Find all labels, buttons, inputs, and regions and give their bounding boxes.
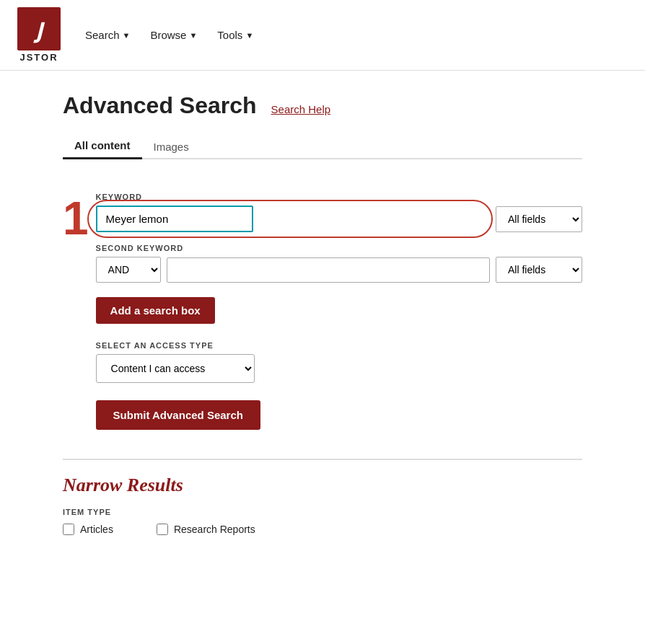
nav-search-button[interactable]: Search ▼: [78, 25, 137, 45]
item-type-label: ITEM TYPE: [63, 508, 582, 516]
boolean-operator-select[interactable]: AND OR NOT: [96, 257, 161, 283]
keyword-row: All fields Title Author Abstract: [96, 206, 582, 232]
chevron-down-icon: ▼: [245, 31, 253, 40]
second-field-select[interactable]: All fields Title Author Abstract: [496, 257, 582, 283]
articles-checkbox[interactable]: [63, 524, 74, 535]
search-help-link[interactable]: Search Help: [271, 103, 331, 115]
nav: Search ▼ Browse ▼ Tools ▼: [78, 25, 260, 45]
content-tabs: All content Images: [63, 133, 582, 159]
second-keyword-input[interactable]: [167, 257, 490, 283]
step-container: 1 KEYWORD All fields Title Author Abstra…: [63, 181, 582, 430]
access-type-select[interactable]: Content I can access All content: [96, 354, 255, 383]
add-search-box-button[interactable]: Add a search box: [96, 297, 215, 324]
header: ȷ JSTOR Search ▼ Browse ▼ Tools ▼: [0, 0, 645, 71]
articles-checkbox-item[interactable]: Articles: [63, 524, 113, 535]
chevron-down-icon: ▼: [123, 31, 131, 40]
tab-images[interactable]: Images: [142, 133, 201, 159]
logo-text: JSTOR: [19, 52, 58, 63]
page-title: Advanced Search: [63, 92, 257, 119]
second-keyword-row: AND OR NOT All fields Title Author Abstr…: [96, 257, 582, 283]
keyword-label: KEYWORD: [96, 193, 582, 201]
keyword-input[interactable]: [96, 206, 253, 232]
access-type-label: SELECT AN ACCESS TYPE: [96, 341, 582, 350]
chevron-down-icon: ▼: [189, 31, 197, 40]
submit-advanced-search-button[interactable]: Submit Advanced Search: [96, 400, 260, 430]
search-fields: KEYWORD All fields Title Author Abstract…: [96, 181, 582, 430]
narrow-results-section: Narrow Results ITEM TYPE Articles Resear…: [63, 459, 582, 535]
research-reports-checkbox-item[interactable]: Research Reports: [157, 524, 255, 535]
keyword-input-wrapper: [96, 206, 490, 232]
checkbox-row: Articles Research Reports: [63, 524, 582, 535]
second-keyword-label: SECOND KEYWORD: [96, 244, 582, 252]
main-content: Advanced Search Search Help All content …: [34, 71, 611, 557]
research-reports-checkbox[interactable]: [157, 524, 168, 535]
narrow-results-title: Narrow Results: [63, 475, 582, 496]
logo-area: ȷ JSTOR: [17, 7, 61, 63]
nav-browse-button[interactable]: Browse ▼: [143, 25, 204, 45]
logo-icon: ȷ: [35, 14, 43, 44]
jstor-logo: ȷ: [17, 7, 61, 50]
keyword-field-select[interactable]: All fields Title Author Abstract: [496, 206, 582, 232]
step-number: 1: [63, 195, 89, 242]
tab-all-content[interactable]: All content: [63, 133, 142, 159]
nav-tools-button[interactable]: Tools ▼: [210, 25, 260, 45]
page-header: Advanced Search Search Help: [63, 92, 582, 119]
